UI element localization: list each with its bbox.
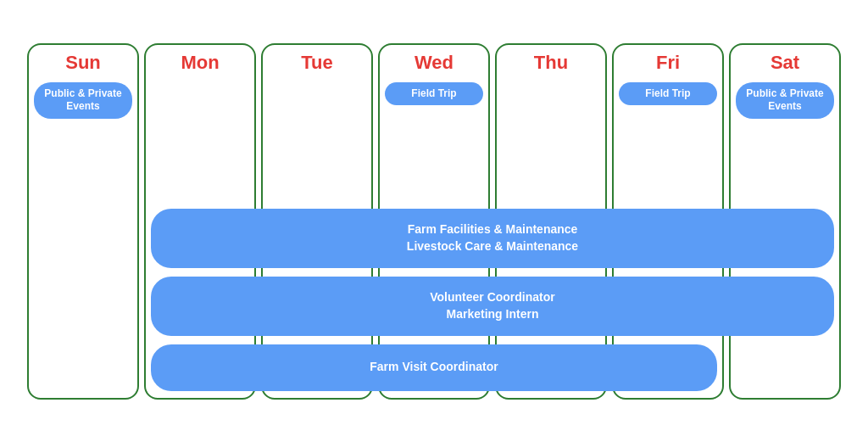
spanning-event-line: Livestock Care & Maintenance bbox=[407, 238, 578, 255]
spanning-event-line: Volunteer Coordinator bbox=[430, 289, 555, 306]
day-header-fri: Fri bbox=[656, 52, 680, 74]
spanning-event-farm-facilities[interactable]: Farm Facilities & MaintenanceLivestock C… bbox=[151, 209, 834, 268]
calendar-outer: SunPublic & Private EventsMonTueWedField… bbox=[27, 43, 841, 400]
day-header-sat: Sat bbox=[771, 52, 799, 74]
event-pill-wed[interactable]: Field Trip bbox=[385, 82, 483, 106]
spanning-event-line: Marketing Intern bbox=[447, 306, 539, 323]
day-header-wed: Wed bbox=[415, 52, 453, 74]
event-pill-sun[interactable]: Public & Private Events bbox=[34, 82, 132, 119]
spanning-event-farm-visit[interactable]: Farm Visit Coordinator bbox=[151, 344, 717, 391]
day-header-thu: Thu bbox=[534, 52, 568, 74]
spanning-event-volunteer[interactable]: Volunteer CoordinatorMarketing Intern bbox=[151, 277, 834, 336]
day-header-tue: Tue bbox=[301, 52, 332, 74]
event-pill-sat[interactable]: Public & Private Events bbox=[736, 82, 834, 119]
spanning-event-line: Farm Visit Coordinator bbox=[370, 359, 498, 376]
day-header-sun: Sun bbox=[65, 52, 101, 74]
day-column-sun: SunPublic & Private Events bbox=[27, 43, 139, 400]
event-pill-fri[interactable]: Field Trip bbox=[619, 82, 717, 106]
spanning-event-line: Farm Facilities & Maintenance bbox=[408, 221, 578, 238]
day-header-mon: Mon bbox=[181, 52, 219, 74]
